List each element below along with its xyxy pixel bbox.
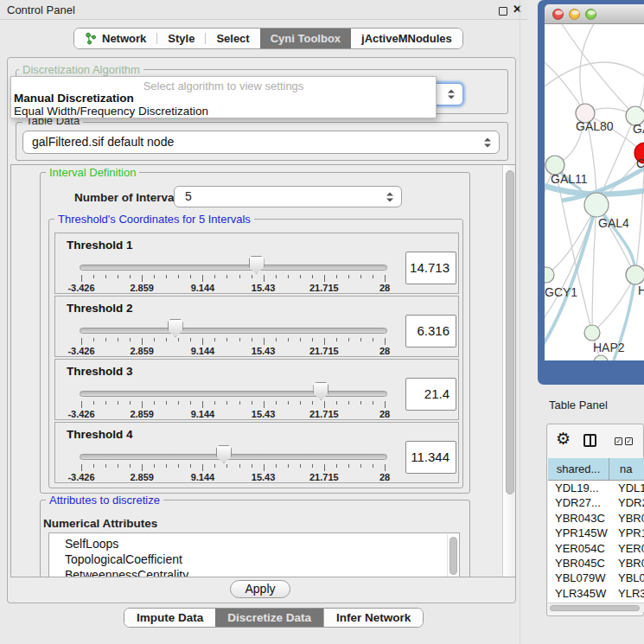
gear-icon[interactable]: ⚙ [556, 430, 571, 447]
node-label: GAL4 [598, 216, 629, 230]
node-label: GAL80 [576, 119, 614, 133]
screen: Control Panel ✕ Network Style Select Cyn… [0, 0, 644, 644]
cell: YLR345W [548, 586, 609, 601]
tab-impute-data[interactable]: Impute Data [124, 609, 215, 627]
settings-scrollbar-thumb[interactable] [506, 170, 514, 494]
list-scrollbar-thumb[interactable] [450, 537, 457, 575]
threshold-3-panel: Threshold 3 -3.4262.8599.14415.4321.7152… [54, 359, 459, 420]
panel-divider [520, 0, 520, 644]
close-icon[interactable]: ✕ [513, 3, 522, 16]
tab-infer-network[interactable]: Infer Network [323, 609, 423, 627]
table-horizontal-scrollbar[interactable] [548, 603, 644, 612]
cell: YER054C [548, 541, 609, 556]
table-row[interactable]: YDR27...YDR2 [548, 495, 644, 510]
network-canvas[interactable]: GAL80 GA C GAL11 GAL4 GCY1 H HAP2 [545, 24, 644, 360]
interval-definition-title: Interval Definition [46, 167, 139, 178]
minimize-traffic-light[interactable] [569, 9, 580, 20]
cell: YBL0 [609, 571, 644, 585]
cell: YPR1 [609, 526, 644, 540]
tab-jactivemnodules-label: jActiveMNodules [361, 32, 452, 45]
node-hap2[interactable] [584, 325, 600, 341]
table-row[interactable]: YBL079WYBL0 [548, 571, 644, 585]
node-label: GCY1 [545, 285, 577, 299]
settings-scrollbar[interactable] [502, 165, 516, 577]
zoom-traffic-light[interactable] [585, 9, 596, 20]
threshold-3-value-field[interactable]: 21.4 [405, 378, 456, 411]
tab-network-label: Network [102, 32, 146, 45]
list-scrollbar[interactable] [447, 534, 458, 577]
number-of-intervals-value: 5 [185, 189, 192, 203]
close-traffic-light[interactable] [552, 9, 564, 20]
threshold-1-panel: Threshold 1 -3.4262.8599.14415.4321.7152… [54, 233, 459, 294]
combo-arrows-icon [386, 192, 393, 201]
numerical-attributes-label: Numerical Attributes [43, 517, 157, 530]
table-panel: ⚙ ✓ ✓ shared... na YDL19...YDL1 YDR27...… [546, 424, 644, 616]
list-item[interactable]: BetweennessCentrality [49, 567, 459, 577]
table-row[interactable]: YBR045CYBR0 [548, 556, 644, 571]
tab-discretize-data[interactable]: Discretize Data [215, 609, 323, 627]
network-nodes[interactable] [545, 104, 644, 360]
table-row[interactable]: YER054CYER0 [548, 541, 644, 556]
column-header-name[interactable]: na [609, 458, 644, 480]
table-row[interactable]: YPR145WYPR1 [548, 526, 644, 540]
network-window-titlebar[interactable] [545, 4, 644, 24]
list-item[interactable]: TopologicalCoefficient [49, 552, 459, 567]
dropdown-option-equal-width[interactable]: Equal Width/Frequency Discretization [14, 105, 208, 118]
node-h[interactable] [626, 265, 644, 284]
cell: YDR27... [548, 495, 609, 510]
network-icon [85, 32, 97, 45]
tab-jactivemnodules[interactable]: jActiveMNodules [351, 29, 462, 48]
threshold-2-slider-scale: -3.4262.8599.14415.4321.71528 [55, 296, 458, 356]
cell: YDL1 [609, 481, 644, 495]
split-columns-icon[interactable] [583, 434, 596, 447]
control-panel-title: Control Panel [7, 3, 75, 16]
tab-select[interactable]: Select [206, 29, 259, 48]
apply-button[interactable]: Apply [230, 580, 290, 598]
threshold-1-slider-scale: -3.4262.8599.14415.4321.71528 [55, 233, 458, 293]
cell: YBR045C [548, 556, 609, 571]
cell: YBR0 [609, 511, 644, 526]
table-data-combobox[interactable]: galFiltered.sif default node [22, 131, 500, 154]
tab-style-label: Style [168, 32, 194, 45]
cell: YBR0 [609, 556, 644, 571]
cell: YBR043C [548, 511, 609, 526]
threshold-4-panel: Threshold 4 -3.4262.8599.14415.4321.7152… [54, 422, 459, 483]
column-header-shared[interactable]: shared... [548, 458, 609, 480]
table-header-row: shared... na [548, 458, 644, 481]
top-tab-bar: Network Style Select Cyni Toolbox jActiv… [73, 28, 463, 49]
dropdown-option-manual-discretization[interactable]: Manual Discretization [14, 92, 134, 105]
combo-arrows-icon [483, 137, 491, 147]
cell: YPR145W [548, 526, 609, 540]
control-panel-titlebar: Control Panel ✕ [0, 0, 527, 20]
node-bottom-partial[interactable] [594, 355, 608, 360]
threshold-2-panel: Threshold 2 -3.4262.8599.14415.4321.7152… [54, 296, 459, 357]
checkbox-icon[interactable]: ✓ [615, 437, 622, 445]
dropdown-hint: Select algorithm to view settings [11, 80, 436, 92]
threshold-2-value-field[interactable]: 6.316 [405, 315, 456, 348]
table-data-combobox-value: galFiltered.sif default node [32, 135, 174, 149]
table-horizontal-scrollbar-thumb[interactable] [550, 605, 640, 611]
cell: YLR3 [609, 586, 644, 601]
cell: YDR2 [609, 495, 644, 510]
table-row[interactable]: YLR345WYLR3 [548, 586, 644, 601]
threshold-1-value-field[interactable]: 14.713 [405, 252, 456, 284]
node-label: GAL11 [551, 172, 588, 186]
network-window: GAL80 GA C GAL11 GAL4 GCY1 H HAP2 [538, 0, 644, 385]
checkbox-icon[interactable]: ✓ [625, 437, 633, 445]
tab-style[interactable]: Style [157, 29, 205, 48]
number-of-intervals-combobox[interactable]: 5 [174, 186, 402, 207]
tab-cyni-toolbox[interactable]: Cyni Toolbox [260, 29, 351, 48]
threshold-4-slider-scale: -3.4262.8599.14415.4321.71528 [55, 423, 458, 482]
node-label: HAP2 [593, 341, 625, 354]
cell: YBL079W [548, 571, 609, 585]
table-row[interactable]: YDL19...YDL1 [548, 481, 644, 495]
threshold-4-value-field[interactable]: 11.344 [405, 441, 456, 474]
bottom-tab-bar: Impute Data Discretize Data Infer Networ… [124, 608, 424, 628]
node-label: H [638, 284, 644, 297]
float-window-icon[interactable] [499, 7, 507, 16]
table-row[interactable]: YBR043CYBR0 [548, 511, 644, 526]
numerical-attributes-list[interactable]: SelfLoops TopologicalCoefficient Between… [48, 532, 460, 577]
node-gal4[interactable] [584, 193, 609, 217]
list-item[interactable]: SelfLoops [49, 533, 459, 552]
tab-network[interactable]: Network [74, 29, 156, 48]
